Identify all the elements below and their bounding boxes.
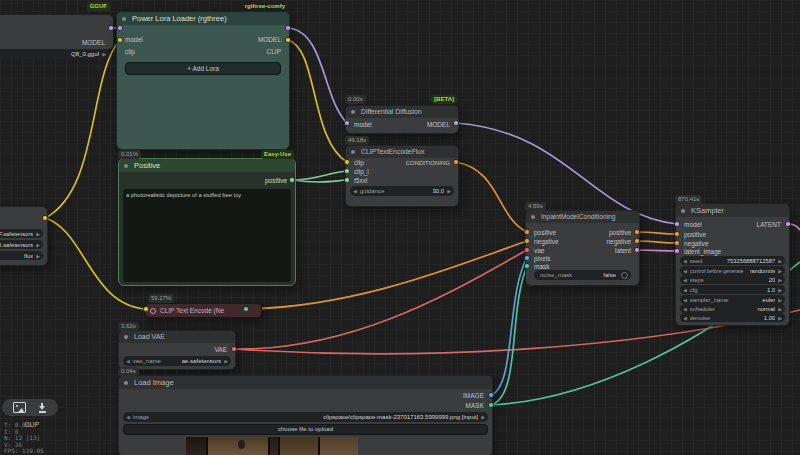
decrement-arrow-icon[interactable]: ◀ bbox=[683, 256, 687, 265]
next-arrow-icon[interactable]: ▶ bbox=[481, 412, 485, 422]
output-slot-clip[interactable]: CLIP bbox=[267, 48, 281, 56]
output-slot-image[interactable]: IMAGE bbox=[463, 392, 484, 400]
node-dual-clip-loader[interactable]: CLIP HF.safetensors ▶ p16.safetensors ▶ … bbox=[0, 206, 48, 266]
input-slot-negative[interactable]: negative bbox=[534, 238, 559, 246]
increment-arrow-icon[interactable]: ▶ bbox=[778, 266, 782, 275]
canvas-toolbar[interactable] bbox=[2, 399, 58, 416]
image-file-widget[interactable]: ◀ image clipspace/clipspace-mask-2370171… bbox=[123, 412, 488, 422]
node-title[interactable]: Differential Diffusion bbox=[346, 106, 458, 118]
input-slot-clip[interactable]: clip bbox=[354, 159, 364, 167]
next-arrow-icon[interactable]: ▶ bbox=[36, 251, 40, 260]
input-slot-vae[interactable]: vae bbox=[534, 247, 544, 255]
node-unet-loader-gguf[interactable]: MODEL Q8_0.gguf ▶ bbox=[0, 14, 114, 50]
guidance-widget[interactable]: ◀ guidance 30.0 ▶ bbox=[350, 186, 454, 196]
output-slot-positive[interactable]: positive bbox=[265, 177, 287, 185]
input-slot-pixels[interactable]: pixels bbox=[534, 255, 551, 263]
node-title[interactable]: Positive bbox=[119, 159, 295, 172]
scheduler-widget[interactable]: ◀ scheduler normal ▶ bbox=[680, 304, 785, 313]
decrement-arrow-icon[interactable]: ◀ bbox=[353, 186, 357, 196]
collapse-dot-icon[interactable] bbox=[531, 215, 535, 219]
collapse-dot-icon[interactable] bbox=[681, 209, 685, 213]
decrement-arrow-icon[interactable]: ◀ bbox=[126, 412, 130, 422]
seed-widget[interactable]: ◀ seed 753256888712587 ▶ bbox=[680, 256, 785, 265]
next-arrow-icon[interactable]: ▶ bbox=[36, 240, 40, 249]
output-slot-negative[interactable]: negative bbox=[606, 238, 631, 246]
choose-file-button[interactable]: choose file to upload bbox=[123, 424, 488, 435]
clip-name1-widget[interactable]: HF.safetensors ▶ bbox=[0, 229, 43, 238]
increment-arrow-icon[interactable]: ▶ bbox=[778, 295, 782, 304]
sampler-name-widget[interactable]: ◀ sampler_name euler ▶ bbox=[680, 295, 785, 304]
output-slot-vae[interactable]: VAE bbox=[214, 346, 227, 354]
decrement-arrow-icon[interactable]: ◀ bbox=[683, 295, 687, 304]
denoise-widget[interactable]: ◀ denoise 1.00 ▶ bbox=[680, 313, 785, 322]
increment-arrow-icon[interactable]: ▶ bbox=[778, 256, 782, 265]
decrement-arrow-icon[interactable]: ◀ bbox=[126, 356, 130, 366]
next-arrow-icon[interactable]: ▶ bbox=[224, 356, 228, 366]
collapse-dot-icon[interactable] bbox=[351, 150, 355, 154]
node-inpaint-model-conditioning[interactable]: InpaintModelConditioning positive positi… bbox=[525, 210, 640, 286]
output-slot-model[interactable]: MODEL bbox=[258, 36, 281, 44]
next-arrow-icon[interactable]: ▶ bbox=[102, 49, 106, 59]
node-power-lora-loader[interactable]: Power Lora Loader (rgthree) model MODEL … bbox=[116, 11, 290, 150]
output-slot-model[interactable]: MODEL bbox=[427, 121, 450, 129]
unet-name-widget[interactable]: Q8_0.gguf ▶ bbox=[0, 49, 109, 59]
decrement-arrow-icon[interactable]: ◀ bbox=[683, 275, 687, 284]
noise-mask-widget[interactable]: noise_mask false bbox=[534, 270, 631, 280]
input-slot-model[interactable]: model bbox=[354, 121, 372, 129]
collapse-dot-icon[interactable] bbox=[124, 381, 128, 385]
node-load-image[interactable]: Load Image IMAGE MASK ◀ image clipspace/… bbox=[118, 375, 493, 455]
output-slot-conditioning[interactable]: CONDITIONING bbox=[406, 159, 450, 167]
decrement-arrow-icon[interactable]: ◀ bbox=[683, 313, 687, 322]
input-slot-t5xxl[interactable]: t5xxl bbox=[354, 177, 367, 185]
collapse-dot-icon[interactable] bbox=[124, 335, 128, 339]
decrement-arrow-icon[interactable]: ◀ bbox=[683, 285, 687, 294]
output-slot-positive[interactable]: positive bbox=[609, 229, 631, 237]
clip-name2-widget[interactable]: p16.safetensors ▶ bbox=[0, 240, 43, 249]
node-title[interactable]: Load Image bbox=[119, 376, 492, 389]
clip-type-widget[interactable]: flux ▶ bbox=[0, 251, 43, 260]
download-icon[interactable] bbox=[38, 403, 47, 413]
output-slot-model[interactable]: MODEL bbox=[82, 39, 105, 47]
next-arrow-icon[interactable]: ▶ bbox=[36, 229, 40, 238]
node-title[interactable]: InpaintModelConditioning bbox=[526, 211, 639, 223]
toggle-icon[interactable] bbox=[621, 272, 628, 279]
input-slot-model[interactable]: model bbox=[684, 221, 702, 229]
input-slot-clip-l[interactable]: clip_l bbox=[354, 168, 369, 176]
input-slot-clip[interactable]: clip bbox=[125, 48, 135, 56]
node-load-vae[interactable]: Load VAE VAE ◀ vae_name ae.safetensors ▶ bbox=[118, 330, 236, 370]
node-differential-diffusion[interactable]: Differential Diffusion model MODEL bbox=[345, 105, 459, 134]
output-slot-latent[interactable]: LATENT bbox=[757, 221, 781, 229]
prompt-textarea[interactable]: a photorealistic depicture of a stuffed … bbox=[123, 189, 291, 282]
node-positive-prompt[interactable]: Positive positive a photorealistic depic… bbox=[118, 158, 296, 286]
input-slot-positive[interactable]: positive bbox=[534, 229, 556, 237]
increment-arrow-icon[interactable]: ▶ bbox=[447, 186, 451, 196]
add-lora-button[interactable]: + Add Lora bbox=[125, 62, 281, 75]
node-title[interactable]: KSampler bbox=[676, 204, 789, 217]
input-slot-latent-image[interactable]: latent_image bbox=[684, 248, 721, 256]
collapse-dot-icon[interactable] bbox=[124, 164, 128, 168]
increment-arrow-icon[interactable]: ▶ bbox=[778, 285, 782, 294]
node-clip-text-encode-flux[interactable]: CLIPTextEncodeFlux clip CONDITIONING cli… bbox=[345, 145, 459, 207]
vae-name-widget[interactable]: ◀ vae_name ae.safetensors ▶ bbox=[123, 356, 231, 366]
node-graph-canvas[interactable]: GGUF MODEL Q8_0.gguf ▶ CLIP HF.safetenso… bbox=[0, 0, 800, 455]
node-title[interactable]: Load VAE bbox=[119, 331, 235, 343]
node-clip-text-encode-negative[interactable]: CLIP Text Encode (Ne bbox=[145, 303, 262, 318]
control-before-generate-widget[interactable]: ◀ control before generate randomize ▶ bbox=[680, 266, 785, 275]
increment-arrow-icon[interactable]: ▶ bbox=[778, 313, 782, 322]
collapse-dot-icon[interactable] bbox=[351, 110, 355, 114]
node-ksampler[interactable]: KSampler model LATENT positive negative … bbox=[675, 203, 790, 326]
decrement-arrow-icon[interactable]: ◀ bbox=[683, 266, 687, 275]
input-slot-negative[interactable]: negative bbox=[684, 240, 709, 248]
collapse-ring-icon[interactable] bbox=[150, 308, 156, 314]
collapse-dot-icon[interactable] bbox=[122, 17, 126, 21]
steps-widget[interactable]: ◀ steps 20 ▶ bbox=[680, 275, 785, 284]
image-gallery-icon[interactable] bbox=[13, 402, 26, 413]
input-slot-model[interactable]: model bbox=[125, 36, 143, 44]
node-title[interactable]: CLIPTextEncodeFlux bbox=[346, 146, 458, 158]
output-slot-mask[interactable]: MASK bbox=[466, 402, 484, 410]
increment-arrow-icon[interactable]: ▶ bbox=[778, 275, 782, 284]
input-slot-positive[interactable]: positive bbox=[684, 231, 706, 239]
increment-arrow-icon[interactable]: ▶ bbox=[778, 304, 782, 313]
decrement-arrow-icon[interactable]: ◀ bbox=[683, 304, 687, 313]
cfg-widget[interactable]: ◀ cfg 1.0 ▶ bbox=[680, 285, 785, 294]
